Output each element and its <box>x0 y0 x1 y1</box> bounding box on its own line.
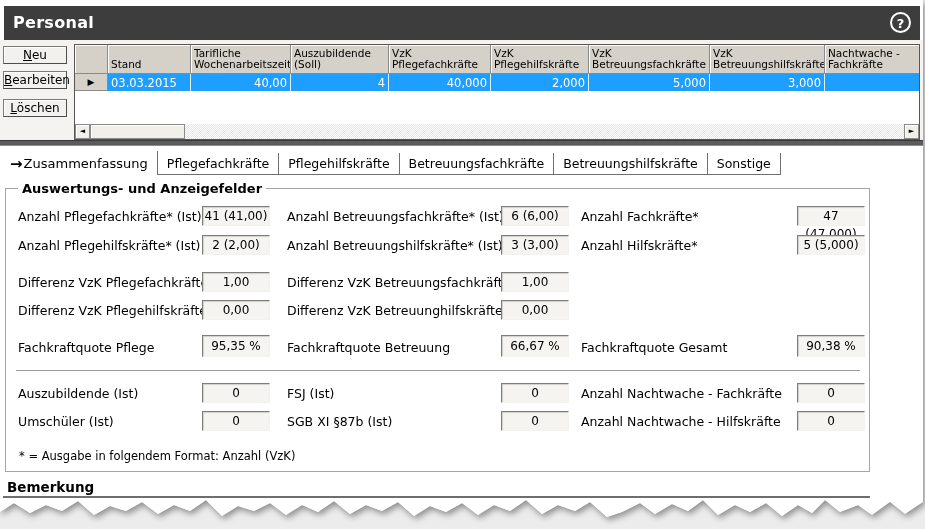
personal-data-grid: Stand Tarifliche Wochenarbeitszeit Auszu… <box>74 44 920 140</box>
label-anzahl-pflegehilfskraefte: Anzahl Pflegehilfskräfte* (Ist) <box>18 238 200 253</box>
row-selector-cell[interactable]: ▶ <box>75 74 108 91</box>
cell-vzk-betreuungsfach[interactable]: 5,000 <box>589 74 710 91</box>
neu-button[interactable]: Neu <box>3 46 67 64</box>
grid-header-auszubildende[interactable]: Auszubildende (Soll) <box>291 45 389 74</box>
grid-header-stand[interactable]: Stand <box>108 45 191 74</box>
form-separator <box>16 370 860 372</box>
field-fachkraftquote-betreuung[interactable]: 66,67 % <box>501 335 569 357</box>
format-footnote: * = Ausgabe in folgendem Format: Anzahl … <box>19 449 295 463</box>
tab-pflegehilfskraefte[interactable]: Pflegehilfskräfte <box>279 153 399 175</box>
field-nachtwache-hilfskraefte[interactable]: 0 <box>797 411 865 431</box>
section-divider <box>0 140 923 146</box>
loeschen-button[interactable]: Löschen <box>3 99 67 117</box>
label-differenz-betreuunghilfs: Differenz VzK Betreuunghilfskräfte <box>287 303 503 318</box>
grid-header-nachtwache[interactable]: Anzahl Nachtwache - Fachkräfte <box>825 45 919 74</box>
tab-betreuungsfachkraefte[interactable]: Betreuungsfachkräfte <box>400 153 555 175</box>
grid-selected-row[interactable]: ▶ 03.03.2015 40,00 4 40,000 2,000 5,000 … <box>75 74 919 91</box>
field-auszubildende[interactable]: 0 <box>202 383 270 403</box>
window-title: Personal <box>13 13 94 32</box>
cell-auszubildende[interactable]: 4 <box>291 74 389 91</box>
field-nachtwache-fachkraefte[interactable]: 0 <box>797 383 865 403</box>
cell-nachtwache[interactable] <box>825 74 919 91</box>
grid-header-wochenarbeitszeit[interactable]: Tarifliche Wochenarbeitszeit <box>191 45 291 74</box>
scroll-left-button[interactable]: ◄ <box>75 124 90 139</box>
label-differenz-betreuungsfach: Differenz VzK Betreuungsfachkräfte <box>287 275 510 290</box>
grid-header-vzk-pflegefach[interactable]: VzK Pflegefachkräfte <box>389 45 491 74</box>
bemerkung-heading: Bemerkung <box>7 479 94 495</box>
label-anzahl-pflegefachkraefte: Anzahl Pflegefachkräfte* (Ist) <box>18 209 202 224</box>
field-fachkraftquote-pflege[interactable]: 95,35 % <box>202 335 270 357</box>
auswertung-groupbox <box>5 188 870 472</box>
groupbox-title: Auswertungs- und Anzeigefelder <box>18 181 266 196</box>
active-tab-arrow-icon: → <box>10 155 23 173</box>
field-umschueler[interactable]: 0 <box>202 411 270 431</box>
label-nachtwache-fachkraefte: Anzahl Nachtwache - Fachkräfte <box>581 386 782 401</box>
grid-header-vzk-pflegehilfs[interactable]: VzK Pflegehilfskräfte <box>491 45 589 74</box>
field-fsj[interactable]: 0 <box>501 383 569 403</box>
cell-vzk-pflegehilfs[interactable]: 2,000 <box>491 74 589 91</box>
help-icon[interactable]: ? <box>890 12 911 33</box>
field-differenz-pflegehilfs[interactable]: 0,00 <box>202 300 270 320</box>
field-fachkraftquote-gesamt[interactable]: 90,38 % <box>797 335 865 357</box>
grid-header-row: Stand Tarifliche Wochenarbeitszeit Auszu… <box>75 45 919 74</box>
tab-pflegefachkraefte[interactable]: Pflegefachkräfte <box>158 153 279 175</box>
label-anzahl-fachkraefte: Anzahl Fachkräfte* <box>581 209 699 224</box>
label-fachkraftquote-gesamt: Fachkraftquote Gesamt <box>581 340 727 355</box>
label-anzahl-betreuungshilfskraefte: Anzahl Betreuungshilfskräfte* (Ist) <box>287 238 503 253</box>
scrollbar-thumb[interactable] <box>90 124 185 139</box>
cell-wochenarbeitszeit[interactable]: 40,00 <box>191 74 291 91</box>
scroll-right-button[interactable]: ► <box>904 124 919 139</box>
grid-header-vzk-betreuungsfach[interactable]: VzK Betreuungsfachkräfte <box>589 45 710 74</box>
grid-header-selector[interactable] <box>75 45 108 74</box>
field-differenz-pflegefach[interactable]: 1,00 <box>202 272 270 292</box>
window-shadow: Personal ? Neu Bearbeiten Löschen Stand … <box>0 0 925 529</box>
tab-zusammenfassung[interactable]: →Zusammenfassung <box>8 151 158 175</box>
label-sgb: SGB XI §87b (Ist) <box>287 414 392 429</box>
label-differenz-pflegehilfs: Differenz VzK Pflegehilfskräfte <box>18 303 207 318</box>
field-differenz-betreuungsfach[interactable]: 1,00 <box>501 272 569 292</box>
cell-stand[interactable]: 03.03.2015 <box>108 74 191 91</box>
label-auszubildende: Auszubildende (Ist) <box>18 386 138 401</box>
label-fachkraftquote-pflege: Fachkraftquote Pflege <box>18 340 154 355</box>
personal-window: Personal ? Neu Bearbeiten Löschen Stand … <box>0 0 923 529</box>
tab-strip: →ZusammenfassungPflegefachkräftePflegehi… <box>8 151 781 172</box>
label-differenz-pflegefach: Differenz VzK Pflegefachkräfte <box>18 275 208 290</box>
tab-sonstige[interactable]: Sonstige <box>708 153 781 175</box>
cell-vzk-pflegefach[interactable]: 40,000 <box>389 74 491 91</box>
bemerkung-textarea[interactable] <box>3 496 870 526</box>
field-anzahl-fachkraefte[interactable]: 47 (47,000) <box>797 206 865 226</box>
field-anzahl-pflegehilfskraefte[interactable]: 2 (2,00) <box>202 235 270 255</box>
label-anzahl-hilfskraefte: Anzahl Hilfskräfte* <box>581 238 697 253</box>
field-anzahl-betreuungshilfskraefte[interactable]: 3 (3,00) <box>501 235 569 255</box>
bearbeiten-button[interactable]: Bearbeiten <box>3 71 67 89</box>
row-selector-icon: ▶ <box>88 77 95 87</box>
scrollbar-track[interactable] <box>185 124 904 139</box>
field-differenz-betreuunghilfs[interactable]: 0,00 <box>501 300 569 320</box>
grid-horizontal-scrollbar[interactable]: ◄ ► <box>75 124 919 139</box>
label-umschueler: Umschüler (Ist) <box>18 414 114 429</box>
tab-betreuungshilfskraefte[interactable]: Betreuungshilfskräfte <box>554 153 708 175</box>
field-anzahl-pflegefachkraefte[interactable]: 41 (41,00) <box>202 206 270 226</box>
label-fachkraftquote-betreuung: Fachkraftquote Betreuung <box>287 340 450 355</box>
label-nachtwache-hilfskraefte: Anzahl Nachtwache - Hilfskräfte <box>581 414 781 429</box>
titlebar: Personal ? <box>4 6 920 40</box>
field-anzahl-betreuungsfachkraefte[interactable]: 6 (6,00) <box>501 206 569 226</box>
field-sgb[interactable]: 0 <box>501 411 569 431</box>
cell-vzk-betreuungshilfs[interactable]: 3,000 <box>710 74 825 91</box>
field-anzahl-hilfskraefte[interactable]: 5 (5,000) <box>797 235 865 255</box>
label-fsj: FSJ (Ist) <box>287 386 334 401</box>
label-anzahl-betreuungsfachkraefte: Anzahl Betreuungsfachkräfte* (Ist) <box>287 209 504 224</box>
grid-header-vzk-betreuungshilfs[interactable]: VzK Betreuungshilfskräfte <box>710 45 825 74</box>
